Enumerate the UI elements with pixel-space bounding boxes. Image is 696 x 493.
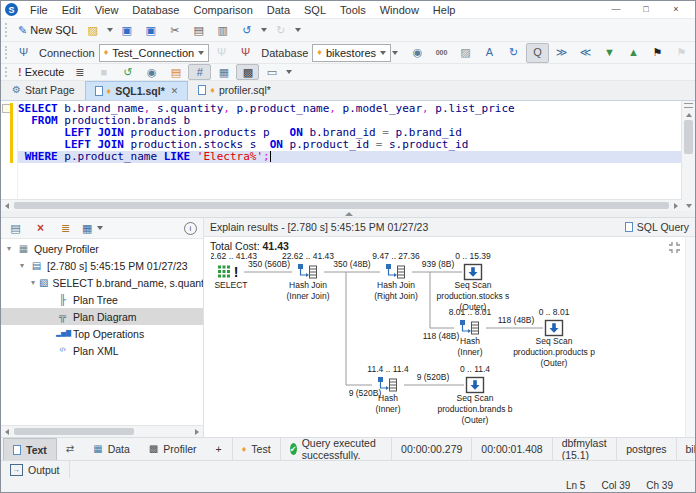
editor-line-5[interactable]: WHERE p.product_name LIKE 'Electra%';	[18, 151, 681, 163]
bookmark-icon[interactable]: ⚑	[646, 43, 669, 63]
close-button[interactable]: ×	[661, 2, 691, 17]
connection-combo[interactable]: ♦Test_Connection	[99, 44, 210, 62]
menu-data[interactable]: Data	[260, 3, 297, 17]
profiler-options-dropdown[interactable]	[95, 226, 104, 230]
menu-tools[interactable]: Tools	[333, 3, 373, 17]
combo-dropdown-icon[interactable]	[380, 51, 386, 55]
editor-code-area[interactable]: SELECT b.brand_name, s.quantity, p.produ…	[18, 101, 681, 211]
editor-horizontal-scrollbar[interactable]	[1, 199, 682, 211]
paste-icon[interactable]: ▥	[211, 20, 234, 40]
menu-help[interactable]: Help	[426, 3, 463, 17]
explain-plan-icon[interactable]: #	[188, 64, 211, 80]
menu-edit[interactable]: Edit	[55, 3, 88, 17]
compare-results-icon[interactable]: ≣	[54, 218, 77, 238]
plan-diagram-canvas[interactable]: Total Cost: 41.43 350 (560B)350 (48B)939…	[204, 237, 695, 437]
toolbar-grip[interactable]	[5, 46, 7, 59]
document-view-icon[interactable]: ◉	[406, 43, 429, 63]
collapse-panel-icon[interactable]	[345, 212, 353, 216]
tree-item-top-operations[interactable]: ▂▅▇Top Operations	[1, 325, 203, 342]
open-file-dropdown[interactable]	[105, 28, 114, 32]
diagram-vertical-scrollbar[interactable]	[685, 237, 695, 437]
sql-lookup-icon[interactable]: Q	[526, 43, 549, 63]
format-case-icon[interactable]: A	[478, 43, 501, 63]
database-combo[interactable]: ♦bikestores	[312, 44, 391, 62]
menu-file[interactable]: File	[23, 3, 55, 17]
tab-close-icon[interactable]: ✕	[171, 86, 179, 96]
results-grid-icon[interactable]: ▦	[212, 64, 235, 80]
copy-icon[interactable]: ▤	[187, 20, 210, 40]
horizontal-scroll-thumb[interactable]	[14, 202, 669, 209]
open-file-icon[interactable]: ▨	[81, 20, 104, 40]
toolbar-grip[interactable]	[5, 23, 10, 36]
snippets-icon[interactable]: ▨	[454, 43, 477, 63]
tab-data[interactable]: ▦ Data	[84, 439, 140, 460]
node-select[interactable]: 22.62 .. 41.43!SELECT	[211, 252, 257, 290]
info-icon[interactable]: i	[184, 222, 197, 235]
profiler-mode-icon[interactable]: ▩	[236, 64, 259, 80]
sql-editor[interactable]: SELECT b.brand_name, s.quantity, p.produ…	[1, 101, 695, 211]
expanded-arrow-icon[interactable]: ▾	[18, 261, 26, 270]
scroll-left-icon[interactable]	[1, 200, 13, 211]
scroll-right-icon[interactable]	[670, 200, 682, 211]
undo-icon[interactable]: ↺	[235, 20, 258, 40]
delete-result-icon[interactable]: ×	[29, 218, 52, 238]
tab-output[interactable]: → Output	[1, 461, 70, 478]
disconnect-icon[interactable]: Ψ	[234, 43, 257, 63]
query-analyzer-icon[interactable]: ◉	[140, 64, 163, 80]
toolbar-grip[interactable]	[5, 67, 10, 77]
tab-sql1[interactable]: ♦ SQL1.sql* ✕	[85, 81, 189, 100]
profiler-options-icon[interactable]: ▦	[79, 218, 107, 238]
new-window-icon[interactable]: ▭	[260, 64, 283, 80]
scroll-right-icon[interactable]	[191, 426, 203, 437]
sql-query-label[interactable]: SQL Query	[637, 221, 689, 233]
refresh-icon[interactable]: ↻	[502, 43, 525, 63]
horizontal-scroll-thumb[interactable]	[14, 428, 134, 435]
profiler-horizontal-scrollbar[interactable]	[1, 425, 203, 437]
swap-layout-button[interactable]: ⇄	[57, 439, 84, 460]
tab-profiler-result[interactable]: ▩ Profiler	[140, 439, 207, 460]
minimize-button[interactable]: —	[601, 2, 631, 17]
tree-item-plan-xml[interactable]: ‹/›Plan XML	[1, 342, 203, 359]
line-numbers-icon[interactable]: 000	[430, 43, 453, 63]
horizontal-splitter[interactable]	[1, 211, 695, 218]
menu-view[interactable]: View	[88, 3, 126, 17]
tree-item-query-profiler[interactable]: ▾▦Query Profiler	[1, 240, 203, 257]
undo-dropdown[interactable]	[259, 28, 268, 32]
maximize-button[interactable]: □	[631, 2, 661, 17]
tab-profiler[interactable]: ♦ profiler.sql*	[188, 80, 281, 100]
tree-item-plan-tree[interactable]: ╟Plan Tree	[1, 291, 203, 308]
save-all-icon[interactable]: ▣	[139, 20, 162, 40]
history-icon[interactable]: ↺	[116, 64, 139, 80]
export-icon[interactable]: ▲	[622, 43, 645, 63]
menu-window[interactable]: Window	[373, 3, 426, 17]
scroll-left-icon[interactable]	[1, 426, 13, 437]
menu-comparison[interactable]: Comparison	[186, 3, 259, 17]
execute-script-icon[interactable]: ≣	[68, 64, 91, 80]
redo-dropdown[interactable]	[293, 28, 302, 32]
expanded-arrow-icon[interactable]: ▾	[31, 278, 35, 287]
expanded-arrow-icon[interactable]: ▾	[5, 244, 13, 253]
scroll-down-icon[interactable]	[682, 201, 695, 211]
outdent-icon[interactable]: ≪	[574, 43, 597, 63]
cut-icon[interactable]: ✂	[163, 20, 186, 40]
scroll-up-icon[interactable]	[682, 110, 695, 120]
import-icon[interactable]: ▼	[598, 43, 621, 63]
split-editor-handle[interactable]	[684, 103, 693, 108]
execute-options-dropdown[interactable]	[284, 70, 293, 74]
new-sql-button[interactable]: ✎New SQL	[15, 20, 80, 40]
node-hash-join-right[interactable]: 9.47 .. 27.36Hash Join(Right Join)	[372, 252, 420, 301]
plan-diagram[interactable]: 350 (560B)350 (48B)939 (8B)118 (48B)118 …	[211, 252, 681, 442]
database-dropdown[interactable]	[392, 51, 398, 55]
tree-item-result[interactable]: ▾▤[2.780 s] 5:45:15 PM 01/27/23	[1, 257, 203, 274]
tree-item-query[interactable]: ▾▧SELECT b.brand_name, s.quantity, p.pro…	[1, 274, 203, 291]
combo-dropdown-icon[interactable]	[198, 51, 204, 55]
menu-database[interactable]: Database	[125, 3, 186, 17]
menu-sql[interactable]: SQL	[297, 3, 333, 17]
tree-item-plan-diagram[interactable]: ╦Plan Diagram	[1, 308, 203, 325]
generate-script-icon[interactable]: ▤	[164, 64, 187, 80]
tab-text[interactable]: Text	[3, 438, 57, 460]
tab-start-page[interactable]: ⚙ Start Page	[2, 80, 85, 100]
save-icon[interactable]: ▣	[115, 20, 138, 40]
editor-vertical-scrollbar[interactable]	[681, 101, 695, 211]
indent-icon[interactable]: ≫	[550, 43, 573, 63]
